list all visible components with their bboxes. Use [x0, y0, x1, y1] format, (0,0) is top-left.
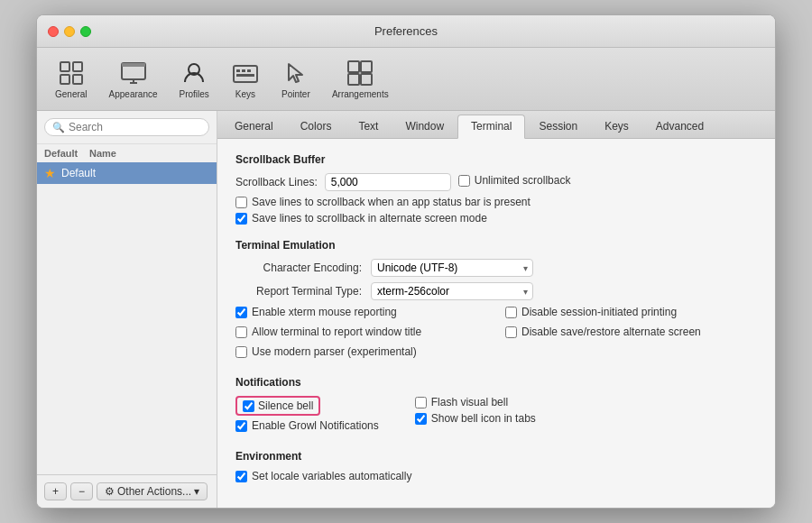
titlebar: Preferences	[37, 15, 775, 48]
save-alternate-row: Save lines to scrollback in alternate sc…	[235, 212, 757, 225]
show-bell-icon-row: Show bell icon in tabs	[415, 412, 536, 425]
flash-visual-bell-row: Flash visual bell	[415, 396, 536, 408]
tab-window[interactable]: Window	[392, 115, 457, 138]
toolbar-keys-label: Keys	[235, 89, 255, 99]
plus-icon: +	[52, 485, 59, 498]
svg-rect-15	[361, 61, 372, 72]
locale-variables-checkbox[interactable]	[235, 471, 247, 482]
locale-variables-row: Set locale variables automatically	[235, 470, 757, 482]
settings-panel: Scrollback Buffer Scrollback Lines: Unli…	[217, 139, 775, 508]
terminal-emulation-title: Terminal Emulation	[235, 239, 757, 252]
tab-terminal[interactable]: Terminal	[457, 115, 525, 139]
toolbar-appearance[interactable]: Appearance	[102, 55, 165, 103]
terminal-options-grid: Enable xterm mouse reporting Disable ses…	[235, 306, 757, 362]
tab-keys[interactable]: Keys	[591, 115, 642, 138]
search-input[interactable]	[69, 121, 201, 133]
allow-window-title-checkbox[interactable]	[235, 326, 247, 338]
toolbar-arrangements[interactable]: Arrangements	[325, 55, 396, 103]
growl-notifications-row: Enable Growl Notifications	[235, 419, 379, 432]
sidebar-search-area: 🔍	[37, 111, 217, 144]
unlimited-scrollback-label: Unlimited scrollback	[475, 174, 571, 187]
toolbar-pointer-label: Pointer	[281, 89, 310, 99]
save-alternate-checkbox[interactable]	[235, 213, 247, 225]
silence-bell-label: Silence bell	[258, 399, 313, 412]
unlimited-scrollback-checkbox[interactable]	[458, 175, 470, 187]
tabs-bar: General Colors Text Window Terminal Sess…	[217, 111, 775, 139]
svg-rect-10	[236, 69, 240, 72]
tab-session[interactable]: Session	[525, 115, 591, 138]
toolbar-pointer[interactable]: Pointer	[274, 55, 318, 103]
close-button[interactable]	[48, 26, 59, 37]
svg-rect-11	[242, 69, 245, 72]
svg-rect-16	[348, 74, 359, 85]
encoding-label: Character Encoding:	[235, 262, 362, 274]
show-bell-icon-checkbox[interactable]	[415, 413, 427, 425]
profiles-icon	[180, 59, 208, 87]
arrangements-icon	[346, 59, 374, 87]
maximize-button[interactable]	[80, 26, 91, 37]
toolbar-general[interactable]: General	[48, 55, 95, 103]
toolbar-keys[interactable]: Keys	[224, 55, 267, 103]
toolbar-profiles-label: Profiles	[180, 89, 209, 99]
report-type-label: Report Terminal Type:	[235, 285, 362, 298]
tab-general[interactable]: General	[221, 115, 287, 138]
toolbar-general-label: General	[55, 89, 88, 99]
xterm-mouse-checkbox[interactable]	[235, 307, 247, 318]
show-bell-icon-label: Show bell icon in tabs	[431, 412, 536, 425]
other-actions-button[interactable]: ⚙ Other Actions... ▾	[97, 482, 208, 500]
sidebar-name-col: Name	[89, 148, 116, 159]
tab-text[interactable]: Text	[345, 115, 392, 138]
silence-bell-checkbox[interactable]	[243, 400, 254, 412]
dropdown-arrow-icon: ▾	[194, 485, 199, 498]
terminal-emulation-section: Terminal Emulation Character Encoding: U…	[235, 239, 757, 362]
modern-parser-label: Use modern parser (experimental)	[252, 345, 417, 358]
modern-parser-row: Use modern parser (experimental)	[235, 345, 487, 358]
tab-advanced[interactable]: Advanced	[642, 115, 717, 138]
save-status-bar-row: Save lines to scrollback when an app sta…	[235, 196, 757, 208]
flash-visual-bell-label: Flash visual bell	[431, 396, 508, 408]
traffic-lights	[48, 26, 91, 37]
xterm-mouse-row: Enable xterm mouse reporting	[235, 306, 487, 318]
disable-session-printing-row: Disable session-initiated printing	[505, 306, 757, 318]
encoding-select[interactable]: Unicode (UTF-8)	[371, 259, 533, 277]
sidebar-header: Default Name	[37, 144, 217, 162]
toolbar-appearance-label: Appearance	[109, 89, 158, 99]
growl-notifications-checkbox[interactable]	[235, 420, 247, 432]
disable-save-restore-label: Disable save/restore alternate screen	[521, 326, 701, 338]
sidebar-row-default[interactable]: ★ Default	[37, 162, 217, 184]
preferences-window: Preferences General Appearance Profiles	[36, 14, 776, 509]
allow-window-title-label: Allow terminal to report window title	[252, 326, 421, 338]
report-type-select[interactable]: xterm-256color	[371, 282, 533, 300]
content-area: General Colors Text Window Terminal Sess…	[217, 111, 775, 508]
notifications-left-col: Silence bell Enable Growl Notifications	[235, 396, 379, 436]
report-type-select-wrapper: xterm-256color	[371, 282, 533, 300]
scrollback-lines-input[interactable]	[325, 173, 451, 191]
add-profile-button[interactable]: +	[44, 482, 67, 500]
scrollback-title: Scrollback Buffer	[235, 153, 757, 166]
encoding-select-wrapper: Unicode (UTF-8)	[371, 259, 533, 277]
svg-rect-14	[348, 61, 359, 72]
flash-visual-bell-checkbox[interactable]	[415, 397, 427, 408]
sidebar-list: ★ Default	[37, 162, 217, 474]
sidebar-item-label: Default	[61, 167, 96, 179]
notifications-right-col: Flash visual bell Show bell icon in tabs	[415, 396, 536, 436]
toolbar-arrangements-label: Arrangements	[332, 89, 389, 99]
scrollback-section: Scrollback Buffer Scrollback Lines: Unli…	[235, 153, 757, 225]
sidebar-footer: + − ⚙ Other Actions... ▾	[37, 474, 217, 508]
disable-session-printing-checkbox[interactable]	[505, 307, 517, 318]
disable-save-restore-checkbox[interactable]	[505, 326, 517, 338]
svg-rect-17	[361, 74, 372, 85]
save-status-bar-checkbox[interactable]	[235, 197, 247, 208]
svg-rect-3	[73, 75, 82, 84]
toolbar-profiles[interactable]: Profiles	[172, 55, 217, 103]
minimize-button[interactable]	[64, 26, 75, 37]
general-icon	[57, 59, 86, 87]
save-status-bar-label: Save lines to scrollback when an app sta…	[252, 196, 531, 208]
modern-parser-checkbox[interactable]	[235, 346, 247, 358]
disable-save-restore-row: Disable save/restore alternate screen	[505, 326, 757, 338]
disable-session-printing-label: Disable session-initiated printing	[521, 306, 677, 318]
scrollback-lines-row: Scrollback Lines: Unlimited scrollback	[235, 173, 757, 191]
locale-variables-label: Set locale variables automatically	[252, 470, 411, 482]
tab-colors[interactable]: Colors	[287, 115, 346, 138]
remove-profile-button[interactable]: −	[70, 482, 93, 500]
